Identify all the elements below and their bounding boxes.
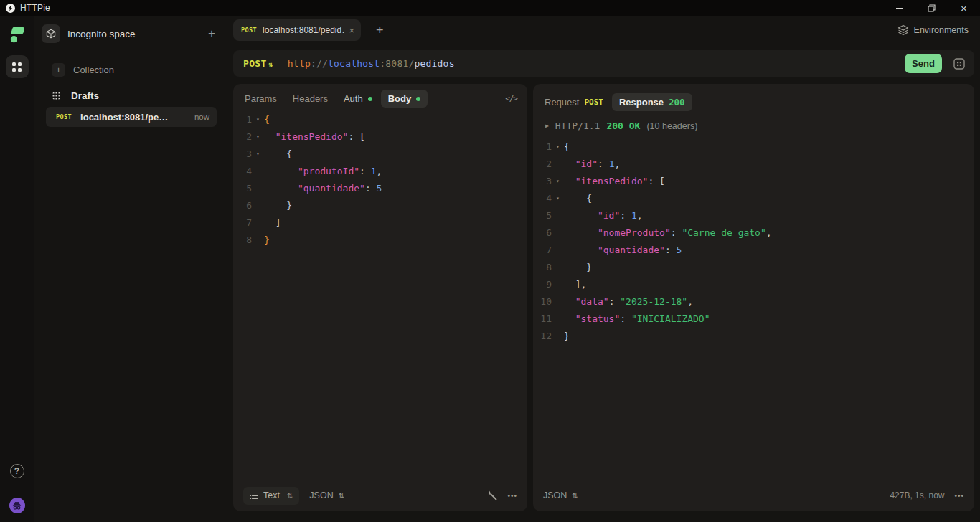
line-number: 4 xyxy=(233,163,252,180)
tab-request-summary[interactable]: Request POST xyxy=(545,97,603,108)
url-input[interactable]: http://localhost:8081/pedidos xyxy=(288,58,455,69)
fold-icon[interactable]: ▾ xyxy=(552,190,564,207)
body-type-select[interactable]: Text ⇅ xyxy=(243,487,299,505)
fold-icon[interactable]: ▾ xyxy=(252,128,264,146)
close-tab-icon[interactable]: × xyxy=(349,25,354,36)
send-button[interactable]: Send xyxy=(905,54,942,73)
magic-wand-icon xyxy=(487,490,497,500)
maximize-button[interactable] xyxy=(915,0,948,16)
code-view-toggle-icon[interactable]: </> xyxy=(505,94,517,103)
code-line[interactable]: 1▾{ xyxy=(233,111,527,128)
tab-headers[interactable]: Headers xyxy=(293,93,328,104)
collection-section[interactable]: + Collection xyxy=(34,63,227,77)
response-body-viewer[interactable]: 1▾{2 "id": 1,3▾ "itensPedido": [4▾ {5 "i… xyxy=(533,138,974,483)
environments-button[interactable]: Environments xyxy=(897,24,969,36)
add-collection-button[interactable]: + xyxy=(52,63,65,77)
code-text: "data": "2025-12-18", xyxy=(564,293,693,310)
code-line[interactable]: 4 "produtoId": 1, xyxy=(233,163,527,180)
code-line[interactable]: 8 } xyxy=(533,259,974,276)
code-line[interactable]: 2 "id": 1, xyxy=(533,156,974,173)
minimize-button[interactable] xyxy=(883,0,915,16)
line-number: 5 xyxy=(533,207,552,224)
request-tab[interactable]: POST localhost:8081/pedid… × xyxy=(233,19,361,41)
code-line[interactable]: 2▾ "itensPedido": [ xyxy=(233,128,527,146)
code-text: ] xyxy=(264,214,281,232)
tab-body[interactable]: Body xyxy=(381,90,428,108)
url-port: 8081 xyxy=(385,58,408,69)
help-button[interactable]: ? xyxy=(10,464,24,478)
code-line[interactable]: 3▾ "itensPedido": [ xyxy=(533,173,974,190)
drafts-section[interactable]: Drafts xyxy=(34,90,227,101)
more-options-icon[interactable]: ••• xyxy=(954,492,964,500)
expand-headers-icon[interactable]: ▶ xyxy=(545,123,549,129)
code-line[interactable]: 8} xyxy=(233,232,527,249)
code-line[interactable]: 5 "quantidade": 5 xyxy=(233,180,527,197)
httpie-logo-icon[interactable] xyxy=(7,25,27,44)
list-icon xyxy=(250,492,258,500)
fold-spacer xyxy=(552,310,564,328)
response-status-line[interactable]: ▶ HTTP/1.1 200 OK (10 headers) xyxy=(545,120,974,131)
code-text: "itensPedido": [ xyxy=(564,173,665,190)
tab-params[interactable]: Params xyxy=(245,93,277,104)
close-window-button[interactable]: × xyxy=(948,0,980,16)
url-bar: POST⇅ http://localhost:8081/pedidos Send xyxy=(233,50,974,77)
body-language-select[interactable]: JSON⇅ xyxy=(309,490,344,500)
code-line[interactable]: 4▾ { xyxy=(533,190,974,207)
response-panel-tabs: Request POST Response 200 xyxy=(533,84,974,111)
apps-grid-button[interactable] xyxy=(6,55,29,78)
save-request-button[interactable] xyxy=(953,57,966,70)
tab-method-badge: POST xyxy=(241,27,257,34)
new-tab-button[interactable]: + xyxy=(376,23,384,38)
code-line[interactable]: 1▾{ xyxy=(533,138,974,156)
code-line[interactable]: 9 ], xyxy=(533,276,974,293)
tab-response[interactable]: Response 200 xyxy=(612,93,692,111)
fold-spacer xyxy=(252,163,264,180)
draft-item[interactable]: POST localhost:8081/pe… now xyxy=(46,107,217,127)
fold-icon[interactable]: ▾ xyxy=(552,138,564,156)
code-text: "id": 1, xyxy=(564,156,620,173)
response-panel: Request POST Response 200 ▶ HTTP/1.1 200… xyxy=(533,84,974,511)
line-number: 5 xyxy=(233,180,252,197)
request-body-editor[interactable]: 1▾{2▾ "itensPedido": [3▾ {4 "produtoId":… xyxy=(233,111,527,483)
code-text: "quantidade": 5 xyxy=(264,180,382,197)
app-logo-icon xyxy=(6,4,15,13)
window-controls: × xyxy=(883,0,980,16)
line-number: 3 xyxy=(533,173,552,190)
fold-icon[interactable]: ▾ xyxy=(252,111,264,128)
code-line[interactable]: 6 } xyxy=(233,197,527,214)
draft-method-badge: POST xyxy=(56,113,72,120)
code-line[interactable]: 3▾ { xyxy=(233,146,527,163)
code-line[interactable]: 10 "data": "2025-12-18", xyxy=(533,293,974,310)
code-line[interactable]: 7 "quantidade": 5 xyxy=(533,242,974,259)
code-line[interactable]: 11 "status": "INICIALIZADO" xyxy=(533,310,974,328)
code-line[interactable]: 12} xyxy=(533,328,974,345)
request-panel-tabs: Params Headers Auth Body </> xyxy=(233,84,527,104)
fold-icon[interactable]: ▾ xyxy=(252,146,264,163)
space-icon-box xyxy=(42,24,60,43)
fold-spacer xyxy=(552,156,564,173)
code-line[interactable]: 6 "nomeProduto": "Carne de gato", xyxy=(533,224,974,242)
line-number: 8 xyxy=(233,232,252,249)
code-line[interactable]: 5 "id": 1, xyxy=(533,207,974,224)
line-number: 12 xyxy=(533,328,552,345)
fold-spacer xyxy=(552,224,564,242)
user-avatar[interactable] xyxy=(9,498,25,513)
fold-spacer xyxy=(552,259,564,276)
line-number: 4 xyxy=(533,190,552,207)
response-panel-footer: JSON⇅ 427B, 1s, now ••• xyxy=(533,483,974,511)
tab-auth[interactable]: Auth xyxy=(344,93,372,104)
code-text: "status": "INICIALIZADO" xyxy=(564,310,710,328)
maximize-icon xyxy=(928,4,936,12)
more-options-icon[interactable]: ••• xyxy=(507,492,517,500)
method-select[interactable]: POST⇅ xyxy=(243,58,273,69)
dropdown-icon: ⇅ xyxy=(287,492,293,500)
prettify-button[interactable] xyxy=(487,490,497,500)
fold-spacer xyxy=(252,180,264,197)
new-request-button[interactable]: + xyxy=(208,27,215,41)
code-line[interactable]: 7 ] xyxy=(233,214,527,232)
space-selector[interactable]: Incognito space + xyxy=(34,22,227,45)
response-meta: 427B, 1s, now xyxy=(890,490,944,500)
fold-icon[interactable]: ▾ xyxy=(552,173,564,190)
response-language-select[interactable]: JSON⇅ xyxy=(543,490,578,500)
url-scheme: http xyxy=(288,58,311,69)
